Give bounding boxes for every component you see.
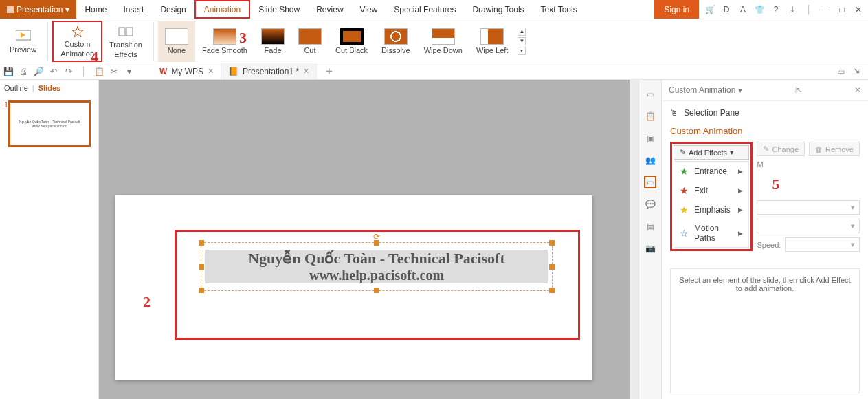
cart-icon[interactable]: 🛒 bbox=[704, 5, 715, 14]
gallery-more-icon[interactable]: ▾ bbox=[518, 47, 526, 55]
gallery-wipe-left[interactable]: Wipe Left bbox=[469, 21, 515, 62]
divider-icon: │ bbox=[78, 67, 89, 76]
speed-label: Speed: bbox=[757, 241, 781, 249]
text-line-2[interactable]: www.help.pacisoft.com bbox=[205, 268, 548, 283]
scrollbar-vertical[interactable] bbox=[630, 80, 638, 399]
app-menu[interactable]: Presentation ▾ bbox=[0, 0, 76, 19]
gallery-cut[interactable]: Cut bbox=[291, 21, 329, 62]
undo-icon[interactable]: ↶ bbox=[48, 67, 59, 76]
resize-handle[interactable] bbox=[549, 264, 555, 270]
gallery-fade[interactable]: Fade bbox=[254, 21, 291, 62]
slides-tab[interactable]: Slides bbox=[38, 84, 60, 92]
shirt-icon[interactable]: 👕 bbox=[754, 5, 765, 14]
tab-animation[interactable]: Animation bbox=[194, 0, 250, 19]
resize-handle[interactable] bbox=[549, 288, 555, 293]
gallery-wipe-down[interactable]: Wipe Down bbox=[417, 21, 469, 62]
preview-icon bbox=[14, 29, 33, 44]
gallery-dissolve[interactable]: Dissolve bbox=[375, 21, 417, 62]
chevron-right-icon: ▶ bbox=[738, 187, 743, 194]
window-icon[interactable]: ▣ bbox=[644, 132, 656, 144]
doc-tab-mywps[interactable]: W My WPS ✕ bbox=[153, 63, 221, 79]
dropdown-caret-icon: ▾ bbox=[851, 240, 855, 249]
minimize-icon[interactable]: — bbox=[820, 5, 831, 14]
dropdown-caret-icon[interactable]: ▾ bbox=[738, 85, 742, 95]
signin-button[interactable]: Sign in bbox=[654, 0, 699, 19]
textbox-selected[interactable]: Nguyễn Quốc Toàn - Technical Pacisoft ww… bbox=[201, 242, 553, 291]
close-icon[interactable]: ✕ bbox=[853, 5, 864, 14]
side-toolbar: ▭ 📋 ▣ 👥 ▭ 💬 ▤ 📷 bbox=[638, 80, 662, 399]
marker-2: 2 bbox=[143, 293, 151, 311]
star-icon: ★ bbox=[680, 185, 689, 196]
arrow-up-icon[interactable]: ⤓ bbox=[787, 5, 798, 14]
people-icon[interactable]: 👥 bbox=[644, 154, 656, 166]
help-icon[interactable]: ? bbox=[770, 5, 781, 14]
marker-5: 5 bbox=[772, 175, 779, 193]
preview-button[interactable]: Preview bbox=[3, 21, 43, 62]
a-icon[interactable]: A bbox=[737, 5, 748, 14]
transition-effects-button[interactable]: Transition Effects bbox=[102, 21, 149, 62]
gallery-cut-black[interactable]: Cut Black bbox=[329, 21, 375, 62]
menu-emphasis[interactable]: ★Emphasis▶ bbox=[674, 200, 748, 219]
more-icon[interactable]: ▾ bbox=[124, 67, 135, 76]
outline-tab[interactable]: Outline bbox=[4, 84, 28, 92]
selection-pane-link[interactable]: 🖱 Selection Pane bbox=[670, 108, 860, 118]
print-icon[interactable]: 🖨 bbox=[18, 67, 29, 76]
menu-motion-paths[interactable]: ☆Motion Paths▶ bbox=[674, 219, 748, 247]
camera-icon[interactable]: 📷 bbox=[644, 242, 656, 255]
paste-icon[interactable]: 📋 bbox=[93, 67, 104, 76]
tab-review[interactable]: Review bbox=[308, 0, 351, 19]
tab-home[interactable]: Home bbox=[76, 0, 115, 19]
menu-exit[interactable]: ★Exit▶ bbox=[674, 181, 748, 200]
tab-special[interactable]: Special Features bbox=[386, 0, 464, 19]
close-tab-icon[interactable]: ✕ bbox=[303, 67, 309, 76]
text-line-1[interactable]: Nguyễn Quốc Toàn - Technical Pacisoft bbox=[205, 250, 548, 268]
animation-pane-icon[interactable]: ▭ bbox=[644, 176, 656, 188]
pin-icon[interactable]: ⇲ bbox=[852, 67, 863, 76]
maximize-icon[interactable]: □ bbox=[836, 5, 847, 14]
close-pane-icon[interactable]: ✕ bbox=[854, 85, 861, 95]
resize-handle[interactable] bbox=[549, 240, 555, 246]
resize-handle[interactable] bbox=[374, 288, 379, 293]
slide-thumbnail[interactable]: Nguyễn Quốc Toàn – Technical Pacisoft ww… bbox=[8, 100, 91, 147]
pencil-icon: ✎ bbox=[763, 144, 769, 153]
collapse-icon[interactable]: ▭ bbox=[835, 67, 846, 76]
gallery-down-icon[interactable]: ▼ bbox=[518, 37, 526, 45]
chevron-right-icon: ▶ bbox=[738, 206, 743, 213]
tab-slideshow[interactable]: Slide Show bbox=[250, 0, 308, 19]
speed-combo: ▾ bbox=[785, 237, 860, 252]
change-button: ✎Change bbox=[757, 142, 805, 156]
gallery-none[interactable]: None bbox=[158, 21, 195, 62]
star-icon: ★ bbox=[680, 204, 689, 215]
preview-icon[interactable]: 🔎 bbox=[33, 67, 44, 76]
m-label: M bbox=[757, 160, 763, 169]
card-icon[interactable]: ▭ bbox=[644, 88, 656, 100]
tab-view[interactable]: View bbox=[352, 0, 386, 19]
pin-icon[interactable]: ⇱ bbox=[795, 85, 802, 95]
section-title: Custom Animation bbox=[670, 126, 860, 136]
tab-texttools[interactable]: Text Tools bbox=[533, 0, 586, 19]
resize-handle[interactable] bbox=[374, 240, 379, 246]
separator bbox=[47, 22, 48, 61]
add-effects-button[interactable]: ✎ Add Effects ▾ bbox=[674, 145, 749, 160]
note-icon[interactable]: ▤ bbox=[644, 220, 656, 233]
d-icon[interactable]: D bbox=[721, 5, 732, 14]
clipboard-icon[interactable]: 📋 bbox=[644, 110, 656, 122]
slide-canvas[interactable]: Nguyễn Quốc Toàn - Technical Pacisoft ww… bbox=[99, 80, 638, 399]
resize-handle[interactable] bbox=[199, 288, 204, 293]
gallery-up-icon[interactable]: ▲ bbox=[518, 28, 526, 36]
tab-insert[interactable]: Insert bbox=[115, 0, 152, 19]
new-tab-button[interactable]: ＋ bbox=[317, 64, 342, 78]
resize-handle[interactable] bbox=[199, 240, 204, 246]
chat-icon[interactable]: 💬 bbox=[644, 198, 656, 211]
save-icon[interactable]: 💾 bbox=[3, 67, 14, 76]
tab-design[interactable]: Design bbox=[152, 0, 194, 19]
redo-icon[interactable]: ↷ bbox=[63, 67, 74, 76]
doc-tab-presentation1[interactable]: 📙 Presentation1 * ✕ bbox=[221, 63, 317, 79]
menu-entrance[interactable]: ★Entrance▶ bbox=[674, 162, 748, 181]
marker-3: 3 bbox=[239, 29, 247, 47]
close-tab-icon[interactable]: ✕ bbox=[208, 67, 214, 76]
scissors-icon[interactable]: ✂ bbox=[109, 67, 120, 76]
resize-handle[interactable] bbox=[199, 264, 204, 270]
svg-marker-2 bbox=[21, 32, 25, 38]
tab-drawing[interactable]: Drawing Tools bbox=[464, 0, 532, 19]
